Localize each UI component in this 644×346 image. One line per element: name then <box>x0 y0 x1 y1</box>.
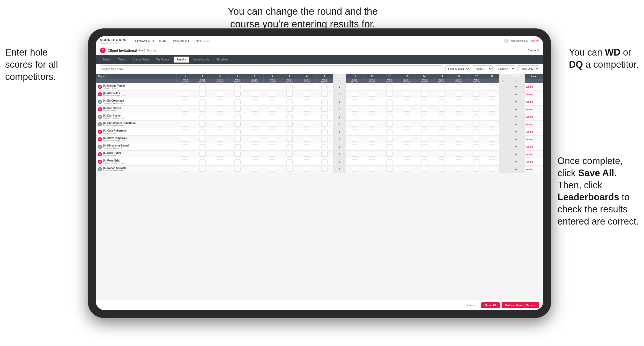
hole-7-input[interactable] <box>286 92 293 97</box>
hole-3-input[interactable] <box>217 92 223 97</box>
hole-2-input[interactable] <box>199 144 206 149</box>
hole-5-input[interactable] <box>252 107 258 112</box>
hole-6-input[interactable] <box>269 159 275 164</box>
hole-10-input[interactable] <box>352 107 358 112</box>
hole-5-input[interactable] <box>252 167 258 172</box>
filter-by-team-select[interactable]: Filter by team <box>445 65 470 72</box>
hole-4-input[interactable] <box>234 129 241 134</box>
hole-13-input[interactable] <box>404 152 410 157</box>
hole-17-input[interactable] <box>473 129 479 134</box>
hole-3-input[interactable] <box>217 137 223 142</box>
hole-8-input[interactable] <box>304 167 310 172</box>
hole-13-input[interactable] <box>404 144 410 149</box>
wd-button[interactable]: WD <box>526 123 529 126</box>
dq-button[interactable]: DQ <box>530 101 534 103</box>
hole-1-input[interactable] <box>182 122 188 127</box>
hole-3-input[interactable] <box>217 144 223 149</box>
hole-5-input[interactable] <box>252 152 258 157</box>
hole-5-input[interactable] <box>252 144 258 149</box>
hole-14-input[interactable] <box>421 167 427 172</box>
hole-3-input[interactable] <box>217 99 223 104</box>
hole-1-input[interactable] <box>182 167 188 172</box>
tab-teams[interactable]: Teams <box>115 57 129 63</box>
hole-12-input[interactable] <box>386 129 393 134</box>
hole-2-input[interactable] <box>199 99 206 104</box>
hole-3-input[interactable] <box>217 84 223 89</box>
nav-rankings[interactable]: RANKINGS <box>195 40 210 43</box>
hole-4-input[interactable] <box>234 114 241 119</box>
hole-5-input[interactable] <box>252 137 258 142</box>
hole-9-input[interactable] <box>321 144 328 149</box>
hole-16-input[interactable] <box>456 137 462 142</box>
hole-2-input[interactable] <box>199 159 206 164</box>
hole-9-input[interactable] <box>321 92 328 97</box>
hole-7-input[interactable] <box>286 114 293 119</box>
hole-16-input[interactable] <box>456 114 462 119</box>
hole-18-input[interactable] <box>489 144 495 149</box>
hole-10-input[interactable] <box>352 99 358 104</box>
hole-5-input[interactable] <box>252 84 258 89</box>
hole-6-input[interactable] <box>269 107 275 112</box>
hole-11-input[interactable] <box>369 99 375 104</box>
nav-tournaments[interactable]: TOURNAMENTS <box>132 40 154 43</box>
hole-18-input[interactable] <box>489 129 495 134</box>
hole-3-input[interactable] <box>217 107 223 112</box>
hole-6-input[interactable] <box>269 122 275 127</box>
hole-16-input[interactable] <box>456 159 462 164</box>
hole-9-input[interactable] <box>321 159 328 164</box>
cancel-button[interactable]: Cancel X <box>528 49 539 52</box>
wd-button[interactable]: WD <box>526 131 529 133</box>
hole-2-input[interactable] <box>199 167 206 172</box>
hole-17-input[interactable] <box>473 167 479 172</box>
hole-6-input[interactable] <box>269 167 275 172</box>
hole-10-input[interactable] <box>352 129 358 134</box>
publish-button[interactable]: Publish Round Scores <box>502 302 539 308</box>
hole-17-input[interactable] <box>473 159 479 164</box>
tab-course-setup[interactable]: Course Setup <box>130 57 152 63</box>
hole-6-input[interactable] <box>269 92 275 97</box>
hole-8-input[interactable] <box>304 152 310 157</box>
hole-7-input[interactable] <box>286 122 293 127</box>
dq-button[interactable]: DQ <box>530 131 534 133</box>
hole-16-input[interactable] <box>456 122 462 127</box>
wd-button[interactable]: WD <box>526 101 529 103</box>
hole-18-input[interactable] <box>489 167 495 172</box>
hole-2-input[interactable] <box>199 152 206 157</box>
hole-17-input[interactable] <box>473 137 479 142</box>
hole-7-input[interactable] <box>286 84 293 89</box>
wd-button[interactable]: WD <box>526 168 529 171</box>
hole-14-input[interactable] <box>421 107 427 112</box>
hole-13-input[interactable] <box>404 84 410 89</box>
hole-16-input[interactable] <box>456 129 462 134</box>
hole-10-input[interactable] <box>352 114 358 119</box>
hole-6-input[interactable] <box>269 144 275 149</box>
hole-7-input[interactable] <box>286 167 293 172</box>
hole-10-input[interactable] <box>352 167 358 172</box>
hole-17-input[interactable] <box>473 92 479 97</box>
hole-16-input[interactable] <box>456 144 462 149</box>
hole-6-input[interactable] <box>269 137 275 142</box>
hole-4-input[interactable] <box>234 107 241 112</box>
hole-1-input[interactable] <box>182 99 188 104</box>
hole-9-input[interactable] <box>321 129 328 134</box>
hole-4-input[interactable] <box>234 137 241 142</box>
hole-3-input[interactable] <box>217 122 223 127</box>
hole-4-input[interactable] <box>234 84 241 89</box>
hole-14-input[interactable] <box>421 144 427 149</box>
course-selector[interactable]: Course A <box>495 65 515 72</box>
hole-3-input[interactable] <box>217 129 223 134</box>
search-input[interactable] <box>100 65 443 72</box>
hole-18-input[interactable] <box>489 92 495 97</box>
dq-button[interactable]: DQ <box>530 86 534 88</box>
hole-11-input[interactable] <box>369 167 375 172</box>
tab-results[interactable]: Results <box>174 57 189 63</box>
hole-9-input[interactable] <box>321 137 328 142</box>
hole-3-input[interactable] <box>217 114 223 119</box>
hole-9-input[interactable] <box>321 152 328 157</box>
dq-button[interactable]: DQ <box>530 161 534 163</box>
hole-12-input[interactable] <box>386 114 393 119</box>
hole-5-input[interactable] <box>252 114 258 119</box>
hole-13-input[interactable] <box>404 99 410 104</box>
hole-16-input[interactable] <box>456 84 462 89</box>
hole-3-input[interactable] <box>217 167 223 172</box>
